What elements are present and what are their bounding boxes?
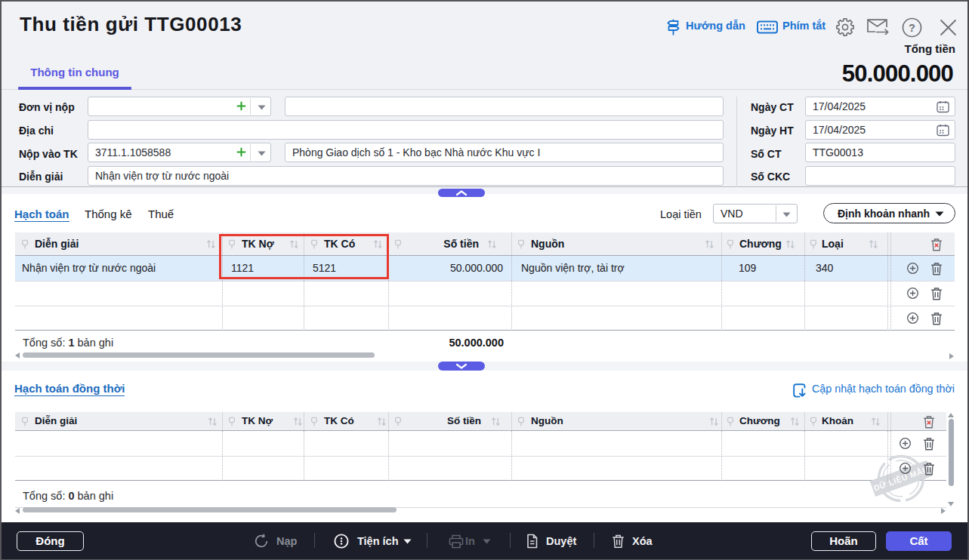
svg-text:?: ? <box>909 22 915 34</box>
